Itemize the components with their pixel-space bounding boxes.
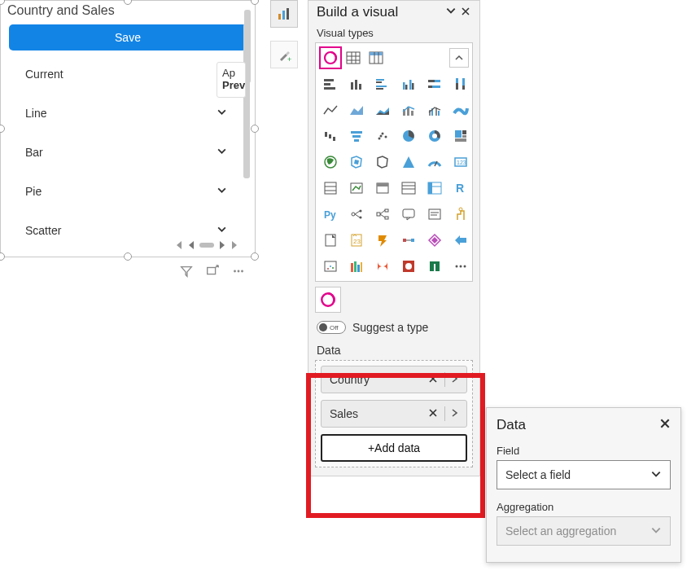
pane-switcher: + [270,0,298,68]
visual-type-slicer-icon[interactable] [371,177,394,200]
visual-type-key-influencers-icon[interactable] [345,203,368,226]
visual-type-table2-icon[interactable] [397,177,420,200]
close-icon[interactable] [659,416,671,433]
svg-rect-52 [354,139,359,142]
visual-type-waterfall-icon[interactable] [319,125,342,147]
visual-type-decomposition-tree-icon[interactable] [371,203,394,226]
visual-type-custom3-icon[interactable] [371,255,394,278]
visual-type-python-icon[interactable]: Py [319,203,342,226]
visual-type-map-icon[interactable] [319,151,342,173]
visual-type-custom4-icon[interactable] [397,255,420,278]
suggest-type-toggle[interactable]: Off [317,321,346,334]
visual-type-table-icon[interactable] [342,46,365,69]
svg-rect-39 [462,78,465,86]
svg-point-3 [241,270,243,273]
build-visual-tab-icon[interactable] [270,0,298,28]
focus-mode-icon[interactable] [205,264,220,282]
visual-type-getmore-icon[interactable] [449,229,472,252]
visual-type-more-icon[interactable] [449,255,472,278]
resize-handle[interactable] [0,125,5,133]
visual-tile[interactable]: Country and Sales Save Current Line Bar … [0,0,256,257]
visual-type-line-clustered-column-icon[interactable] [423,99,446,121]
svg-text:23: 23 [353,238,361,245]
pager-last-icon[interactable] [219,241,225,249]
visual-type-stacked-area-icon[interactable] [371,99,394,121]
visual-type-multi-row-card-icon[interactable] [319,177,342,200]
svg-point-53 [378,138,381,140]
section-current[interactable]: Current [9,55,243,94]
visual-types-gallery: 123 R Py 23 [315,42,473,282]
visual-type-app-icon[interactable] [423,229,446,252]
visual-type-card-icon[interactable]: 123 [449,151,472,173]
visual-type-kpi-icon[interactable] [345,177,368,200]
visual-type-pie-icon[interactable] [397,125,420,147]
visual-type-scatter-icon[interactable] [371,125,394,147]
visual-type-custom5-icon[interactable] [423,255,446,278]
section-label: Pie [25,185,217,198]
visual-type-filled-map-icon[interactable] [345,151,368,173]
visual-type-ribbon-icon[interactable] [449,99,472,121]
visual-type-matrix2-icon[interactable] [423,177,446,200]
visual-type-smart-narrative-icon[interactable] [423,203,446,226]
visual-type-goals-icon[interactable] [449,203,472,226]
filter-icon[interactable] [179,264,194,282]
resize-handle[interactable] [251,0,259,5]
visual-type-shape-map-icon[interactable] [371,151,394,173]
pager-next-icon[interactable] [230,240,238,250]
save-button[interactable]: Save [9,24,247,50]
remove-field-icon[interactable] [425,373,441,386]
tile-pager [175,240,238,250]
visual-type-stacked-bar-icon[interactable] [319,72,342,95]
apply-line1: Ap [222,67,240,79]
apply-preview-card[interactable]: Ap Previ [217,62,246,98]
visual-type-line-icon[interactable] [319,99,342,121]
visual-type-powerapps-icon[interactable] [371,229,394,252]
visual-type-paginated-report-icon[interactable] [319,229,342,252]
visual-type-r-script-icon[interactable]: R [449,177,472,200]
visual-types-collapse-icon[interactable] [449,48,469,68]
section-bar[interactable]: Bar [9,133,243,172]
aggregation-select[interactable]: Select an aggregation [497,516,671,546]
field-select[interactable]: Select a field [497,460,671,489]
data-field-well[interactable]: Country Sales +Add data [315,360,473,467]
collapse-icon[interactable] [444,5,458,20]
svg-rect-78 [428,182,432,194]
visual-type-custom1-icon[interactable] [319,255,342,278]
visual-type-gauge-icon[interactable] [423,151,446,173]
format-visual-tab-icon[interactable]: + [270,41,298,68]
visual-type-recent[interactable] [315,287,341,313]
visual-type-area-icon[interactable] [345,99,368,121]
section-pie[interactable]: Pie [9,172,243,211]
visual-type-selected[interactable] [319,46,342,69]
more-options-icon[interactable] [231,264,246,282]
visual-type-100-stacked-column-icon[interactable] [449,72,472,95]
add-data-button[interactable]: +Add data [321,434,467,462]
visual-type-100-stacked-bar-icon[interactable] [423,72,446,95]
visual-type-stacked-column-icon[interactable] [345,72,368,95]
visual-type-donut-icon[interactable] [423,125,446,147]
visual-type-treemap-icon[interactable] [449,125,472,147]
visual-type-funnel-icon[interactable] [345,125,368,147]
resize-handle[interactable] [251,125,259,133]
visual-type-qa-icon[interactable] [397,203,420,226]
resize-handle[interactable] [0,252,5,261]
visual-type-clustered-bar-icon[interactable] [371,72,394,95]
field-pill-sales[interactable]: Sales [321,400,467,428]
section-line[interactable]: Line [9,94,243,133]
pager-prev-icon[interactable] [175,240,183,250]
field-pill-country[interactable]: Country [321,366,467,393]
pager-first-icon[interactable] [188,241,195,249]
resize-handle[interactable] [124,252,132,261]
remove-field-icon[interactable] [425,407,441,420]
close-icon[interactable] [458,5,473,20]
visual-type-matrix-icon[interactable] [365,46,387,69]
field-menu-icon[interactable] [448,373,460,386]
field-menu-icon[interactable] [448,407,460,420]
resize-handle[interactable] [251,252,259,261]
visual-type-powerautomate-icon[interactable] [397,229,420,252]
visual-type-clustered-column-icon[interactable] [397,72,420,95]
visual-type-azure-map-icon[interactable] [397,151,420,173]
visual-type-line-stacked-column-icon[interactable] [397,99,420,121]
visual-type-arcgis-icon[interactable]: 23 [345,229,368,252]
visual-type-custom2-icon[interactable] [345,255,368,278]
